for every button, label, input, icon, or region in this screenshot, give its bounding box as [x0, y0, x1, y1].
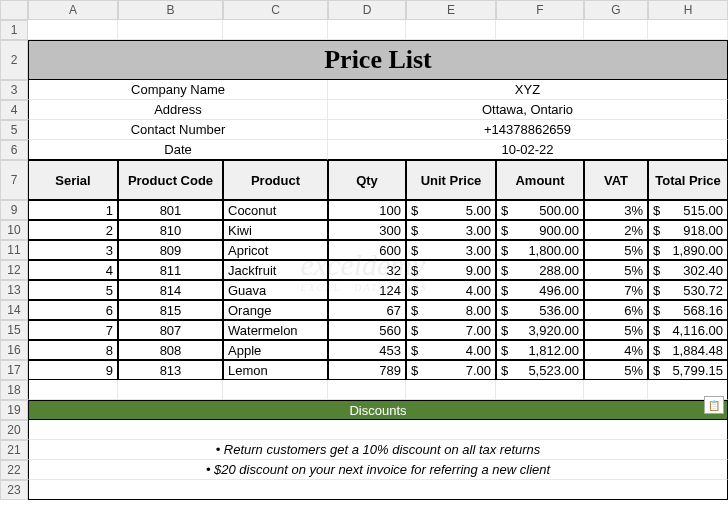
cell-unit[interactable]: $4.00 [406, 340, 496, 360]
row-header-21[interactable]: 21 [0, 440, 28, 460]
cell-serial[interactable]: 9 [28, 360, 118, 380]
row-header-10[interactable]: 10 [0, 220, 28, 240]
cell-total[interactable]: $1,890.00 [648, 240, 728, 260]
empty-cell[interactable] [328, 380, 406, 400]
cell-product[interactable]: Kiwi [223, 220, 328, 240]
spreadsheet-grid[interactable]: ABCDEFGH12Price List3Company NameXYZ4Add… [0, 0, 728, 500]
row-header-4[interactable]: 4 [0, 100, 28, 120]
cell-total[interactable]: $302.40 [648, 260, 728, 280]
cell-total[interactable]: $1,884.48 [648, 340, 728, 360]
empty-cell[interactable] [328, 20, 406, 40]
cell-total[interactable]: $530.72 [648, 280, 728, 300]
cell-unit[interactable]: $3.00 [406, 240, 496, 260]
row-header-2[interactable]: 2 [0, 40, 28, 80]
cell-code[interactable]: 814 [118, 280, 223, 300]
row-header-1[interactable]: 1 [0, 20, 28, 40]
row-header-18[interactable]: 18 [0, 380, 28, 400]
column-header-E[interactable]: E [406, 0, 496, 20]
cell-product[interactable]: Watermelon [223, 320, 328, 340]
cell-amount[interactable]: $1,800.00 [496, 240, 584, 260]
cell-qty[interactable]: 300 [328, 220, 406, 240]
cell-qty[interactable]: 32 [328, 260, 406, 280]
cell-product[interactable]: Guava [223, 280, 328, 300]
cell-amount[interactable]: $288.00 [496, 260, 584, 280]
select-all-corner[interactable] [0, 0, 28, 20]
cell-vat[interactable]: 7% [584, 280, 648, 300]
cell-qty[interactable]: 67 [328, 300, 406, 320]
empty-cell[interactable] [28, 380, 118, 400]
cell-unit[interactable]: $3.00 [406, 220, 496, 240]
cell-product[interactable]: Lemon [223, 360, 328, 380]
cell-serial[interactable]: 8 [28, 340, 118, 360]
row-header-7[interactable]: 7 [0, 160, 28, 200]
cell-serial[interactable]: 5 [28, 280, 118, 300]
cell-vat[interactable]: 5% [584, 240, 648, 260]
cell-qty[interactable]: 560 [328, 320, 406, 340]
cell-amount[interactable]: $900.00 [496, 220, 584, 240]
row-header-3[interactable]: 3 [0, 80, 28, 100]
cell-code[interactable]: 810 [118, 220, 223, 240]
empty-cell[interactable] [28, 20, 118, 40]
empty-cell[interactable] [584, 20, 648, 40]
empty-cell[interactable] [223, 380, 328, 400]
column-header-B[interactable]: B [118, 0, 223, 20]
cell-total[interactable]: $4,116.00 [648, 320, 728, 340]
row-header-5[interactable]: 5 [0, 120, 28, 140]
row-header-6[interactable]: 6 [0, 140, 28, 160]
cell-vat[interactable]: 6% [584, 300, 648, 320]
row-header-11[interactable]: 11 [0, 240, 28, 260]
column-header-A[interactable]: A [28, 0, 118, 20]
column-header-C[interactable]: C [223, 0, 328, 20]
row-header-19[interactable]: 19 [0, 400, 28, 420]
cell-unit[interactable]: $5.00 [406, 200, 496, 220]
cell-total[interactable]: $5,799.15 [648, 360, 728, 380]
cell-serial[interactable]: 7 [28, 320, 118, 340]
cell-serial[interactable]: 3 [28, 240, 118, 260]
empty-cell[interactable] [118, 20, 223, 40]
cell-total[interactable]: $515.00 [648, 200, 728, 220]
empty-cell[interactable] [496, 20, 584, 40]
cell-serial[interactable]: 6 [28, 300, 118, 320]
empty-cell[interactable] [584, 380, 648, 400]
cell-serial[interactable]: 1 [28, 200, 118, 220]
cell-product[interactable]: Coconut [223, 200, 328, 220]
cell-qty[interactable]: 789 [328, 360, 406, 380]
cell-code[interactable]: 815 [118, 300, 223, 320]
cell-code[interactable]: 813 [118, 360, 223, 380]
cell-unit[interactable]: $9.00 [406, 260, 496, 280]
cell-amount[interactable]: $1,812.00 [496, 340, 584, 360]
cell-vat[interactable]: 4% [584, 340, 648, 360]
column-header-G[interactable]: G [584, 0, 648, 20]
cell-vat[interactable]: 2% [584, 220, 648, 240]
cell-vat[interactable]: 5% [584, 260, 648, 280]
cell-total[interactable]: $918.00 [648, 220, 728, 240]
cell-amount[interactable]: $3,920.00 [496, 320, 584, 340]
cell-serial[interactable]: 4 [28, 260, 118, 280]
row-header-17[interactable]: 17 [0, 360, 28, 380]
cell-code[interactable]: 809 [118, 240, 223, 260]
column-header-D[interactable]: D [328, 0, 406, 20]
cell-vat[interactable]: 5% [584, 360, 648, 380]
cell-qty[interactable]: 100 [328, 200, 406, 220]
cell-product[interactable]: Orange [223, 300, 328, 320]
cell-vat[interactable]: 5% [584, 320, 648, 340]
row-header-12[interactable]: 12 [0, 260, 28, 280]
cell-unit[interactable]: $7.00 [406, 320, 496, 340]
row-header-13[interactable]: 13 [0, 280, 28, 300]
row-header-15[interactable]: 15 [0, 320, 28, 340]
row-header-22[interactable]: 22 [0, 460, 28, 480]
cell-code[interactable]: 801 [118, 200, 223, 220]
cell-qty[interactable]: 600 [328, 240, 406, 260]
empty-cell[interactable] [118, 380, 223, 400]
cell-vat[interactable]: 3% [584, 200, 648, 220]
cell-product[interactable]: Jackfruit [223, 260, 328, 280]
column-header-H[interactable]: H [648, 0, 728, 20]
cell-amount[interactable]: $496.00 [496, 280, 584, 300]
empty-cell[interactable] [496, 380, 584, 400]
cell-total[interactable]: $568.16 [648, 300, 728, 320]
cell-product[interactable]: Apple [223, 340, 328, 360]
cell-amount[interactable]: $5,523.00 [496, 360, 584, 380]
row-header-23[interactable]: 23 [0, 480, 28, 500]
cell-unit[interactable]: $8.00 [406, 300, 496, 320]
cell-code[interactable]: 807 [118, 320, 223, 340]
